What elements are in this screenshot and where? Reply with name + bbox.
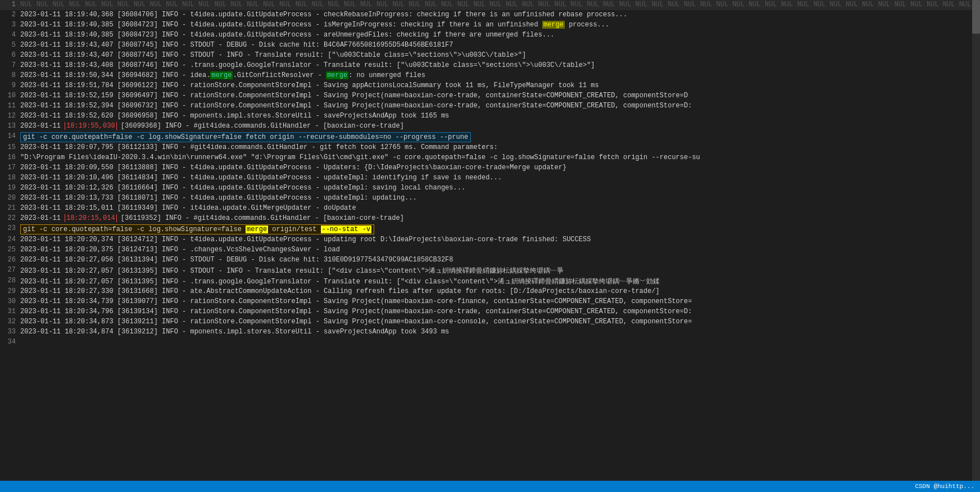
line-content: 2023-01-11 18:19:40,385 [36084723] INFO … <box>20 21 980 29</box>
line-number: 17 <box>0 164 20 171</box>
line-number: 4 <box>0 31 20 39</box>
log-line: 62023-01-11 18:19:43,407 [36087745] INFO… <box>0 51 980 61</box>
log-line: 252023-01-11 18:20:20,375 [36124713] INF… <box>0 245 980 255</box>
line-content: 2023-01-11 18:19:40,385 [36084723] INFO … <box>20 31 980 39</box>
line-number: 1 <box>0 1 20 8</box>
log-line: 202023-01-11 18:20:13,733 [36118071] INF… <box>0 193 980 204</box>
line-content: 2023-01-11 18:20:27,057 [36131395] INFO … <box>20 277 980 286</box>
line-content: 2023-01-11 18:20:15,014 [36119352] INFO … <box>20 214 980 222</box>
line-content: 2023-01-11 18:20:12,326 [36116664] INFO … <box>20 184 980 192</box>
line-content: 2023-01-11 18:20:15,011 [36119349] INFO … <box>20 204 980 212</box>
log-line: 92023-01-11 18:19:51,784 [36096122] INFO… <box>0 81 980 91</box>
line-content: 2023-01-11 18:20:07,795 [36112133] INFO … <box>20 143 980 151</box>
log-line: 322023-01-11 18:20:34,873 [36139211] INF… <box>0 317 980 327</box>
log-container: 1NUL NUL NUL NUL NUL NUL NUL NUL NUL NUL… <box>0 0 980 481</box>
line-content: 2023-01-11 18:19:43,408 [36087746] INFO … <box>20 61 980 69</box>
log-line: 132023-01-11 18:19:55,030 [36099368] INF… <box>0 121 980 132</box>
line-content: 2023-01-11 18:19:51,784 [36096122] INFO … <box>20 82 980 89</box>
line-number: 14 <box>0 132 20 140</box>
log-line: 192023-01-11 18:20:12,326 [36116664] INF… <box>0 183 980 193</box>
scrollbar-thumb[interactable] <box>972 0 980 34</box>
line-content: 2023-01-11 18:20:27,330 [36131668] INFO … <box>20 287 980 295</box>
line-number: 16 <box>0 154 20 161</box>
line-number: 3 <box>0 21 20 29</box>
line-content: 2023-01-11 18:20:20,375 [36124713] INFO … <box>20 246 980 254</box>
scrollbar[interactable] <box>972 0 980 481</box>
line-content: 2023-01-11 18:20:34,739 [36139077] INFO … <box>20 297 980 305</box>
line-number: 32 <box>0 318 20 326</box>
log-line: 112023-01-11 18:19:52,394 [36096732] INF… <box>0 101 980 111</box>
log-line: 272023-01-11 18:20:27,057 [36131395] INF… <box>0 265 980 276</box>
log-line: 182023-01-11 18:20:10,496 [36114834] INF… <box>0 173 980 183</box>
line-number: 15 <box>0 143 20 151</box>
log-line: 102023-01-11 18:19:52,159 [36096497] INF… <box>0 91 980 101</box>
line-number: 30 <box>0 297 20 305</box>
line-number: 29 <box>0 287 20 295</box>
line-content: 2023-01-11 18:19:55,030 [36099368] INFO … <box>20 122 980 130</box>
log-line: 282023-01-11 18:20:27,057 [36131395] INF… <box>0 276 980 287</box>
line-content: 2023-01-11 18:19:43,407 [36087745] INFO … <box>20 51 980 59</box>
line-number: 19 <box>0 184 20 192</box>
line-content: 2023-01-11 18:20:10,496 [36114834] INFO … <box>20 174 980 182</box>
line-number: 21 <box>0 204 20 212</box>
log-line: 14git -c core.quotepath=false -c log.sho… <box>0 132 980 143</box>
line-number: 10 <box>0 92 20 100</box>
log-line: 42023-01-11 18:19:40,385 [36084723] INFO… <box>0 30 980 40</box>
line-content: git -c core.quotepath=false -c log.showS… <box>20 132 980 142</box>
line-content: 2023-01-11 18:19:52,394 [36096732] INFO … <box>20 102 980 110</box>
log-line: 332023-01-11 18:20:34,874 [36139212] INF… <box>0 327 980 337</box>
bottom-bar-text: CSDN @huihttp... <box>915 483 974 490</box>
line-number: 23 <box>0 224 20 232</box>
line-number: 13 <box>0 122 20 130</box>
line-number: 28 <box>0 277 20 285</box>
line-content: 2023-01-11 18:19:50,344 [36094682] INFO … <box>20 71 980 79</box>
line-number: 12 <box>0 112 20 120</box>
line-content: 2023-01-11 18:19:52,620 [36096958] INFO … <box>20 112 980 120</box>
log-line: 172023-01-11 18:20:09,550 [36113888] INF… <box>0 163 980 173</box>
log-line: 82023-01-11 18:19:50,344 [36094682] INFO… <box>0 71 980 81</box>
line-number: 2 <box>0 11 20 19</box>
line-number: 8 <box>0 71 20 79</box>
log-line: 34 <box>0 337 980 347</box>
log-line: 32023-01-11 18:19:40,385 [36084723] INFO… <box>0 20 980 30</box>
line-number: 7 <box>0 61 20 69</box>
log-line: 302023-01-11 18:20:34,739 [36139077] INF… <box>0 297 980 307</box>
log-line: 262023-01-11 18:20:27,056 [36131394] INF… <box>0 255 980 265</box>
bottom-bar: CSDN @huihttp... <box>0 481 980 492</box>
line-content: 2023-01-11 18:20:13,733 [36118071] INFO … <box>20 194 980 202</box>
log-line: 122023-01-11 18:19:52,620 [36096958] INF… <box>0 111 980 121</box>
line-number: 18 <box>0 174 20 182</box>
log-line: 1NUL NUL NUL NUL NUL NUL NUL NUL NUL NUL… <box>0 0 980 10</box>
line-content: git -c core.quotepath=false -c log.showS… <box>20 224 980 234</box>
line-number: 9 <box>0 82 20 89</box>
line-content: 2023-01-11 18:20:09,550 [36113888] INFO … <box>20 164 980 171</box>
line-number: 26 <box>0 256 20 264</box>
log-line: 292023-01-11 18:20:27,330 [36131668] INF… <box>0 287 980 297</box>
line-number: 33 <box>0 328 20 336</box>
line-number: 24 <box>0 236 20 243</box>
line-content: "D:\Program Files\ideaIU-2020.3.4.win\bi… <box>20 154 980 161</box>
line-content: NUL NUL NUL NUL NUL NUL NUL NUL NUL NUL … <box>20 1 980 8</box>
line-number: 22 <box>0 214 20 222</box>
log-line: 16"D:\Program Files\ideaIU-2020.3.4.win\… <box>0 153 980 163</box>
log-line: 312023-01-11 18:20:34,796 [36139134] INF… <box>0 307 980 317</box>
line-content: 2023-01-11 18:20:20,374 [36124712] INFO … <box>20 236 980 243</box>
line-content: 2023-01-11 18:20:34,874 [36139212] INFO … <box>20 328 980 336</box>
line-number: 5 <box>0 41 20 49</box>
log-line: 222023-01-11 18:20:15,014 [36119352] INF… <box>0 214 980 224</box>
log-line: 23git -c core.quotepath=false -c log.sho… <box>0 224 980 235</box>
log-line: 242023-01-11 18:20:20,374 [36124712] INF… <box>0 235 980 245</box>
log-line: 22023-01-11 18:19:40,368 [36084706] INFO… <box>0 10 980 20</box>
log-line: 72023-01-11 18:19:43,408 [36087746] INFO… <box>0 61 980 71</box>
line-content: 2023-01-11 18:19:52,159 [36096497] INFO … <box>20 92 980 100</box>
line-content: 2023-01-11 18:19:40,368 [36084706] INFO … <box>20 11 980 19</box>
line-content: 2023-01-11 18:20:27,057 [36131395] INFO … <box>20 266 980 276</box>
line-content: 2023-01-11 18:20:27,056 [36131394] INFO … <box>20 256 980 264</box>
log-line: 212023-01-11 18:20:15,011 [36119349] INF… <box>0 204 980 214</box>
line-number: 31 <box>0 308 20 315</box>
line-content: 2023-01-11 18:20:34,873 [36139211] INFO … <box>20 318 980 326</box>
line-number: 20 <box>0 194 20 202</box>
log-line: 52023-01-11 18:19:43,407 [36087745] INFO… <box>0 40 980 51</box>
line-number: 6 <box>0 51 20 59</box>
line-number: 34 <box>0 338 20 346</box>
